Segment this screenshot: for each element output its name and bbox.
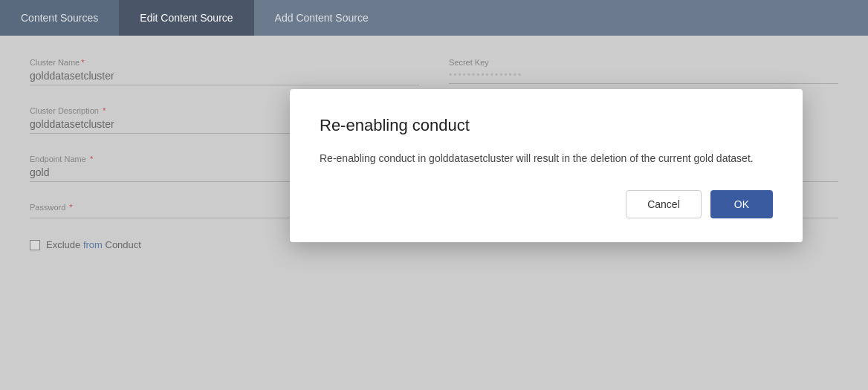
edit-content-source-tab[interactable]: Edit Content Source	[119, 0, 253, 36]
reenable-conduct-dialog: Re-enabling conduct Re-enabling conduct …	[290, 89, 803, 242]
nav-bar: Content Sources Edit Content Source Add …	[0, 0, 868, 36]
dialog-body: Re-enabling conduct in golddatasetcluste…	[320, 150, 773, 166]
content-sources-tab-label: Content Sources	[21, 12, 98, 24]
dialog-actions: Cancel OK	[320, 190, 773, 218]
add-content-source-tab-label: Add Content Source	[275, 12, 369, 24]
cancel-button[interactable]: Cancel	[626, 190, 702, 218]
add-content-source-tab[interactable]: Add Content Source	[254, 0, 389, 36]
edit-content-source-tab-label: Edit Content Source	[140, 12, 233, 24]
content-sources-tab[interactable]: Content Sources	[0, 0, 119, 36]
dialog-title: Re-enabling conduct	[320, 116, 773, 135]
ok-button[interactable]: OK	[710, 190, 773, 218]
